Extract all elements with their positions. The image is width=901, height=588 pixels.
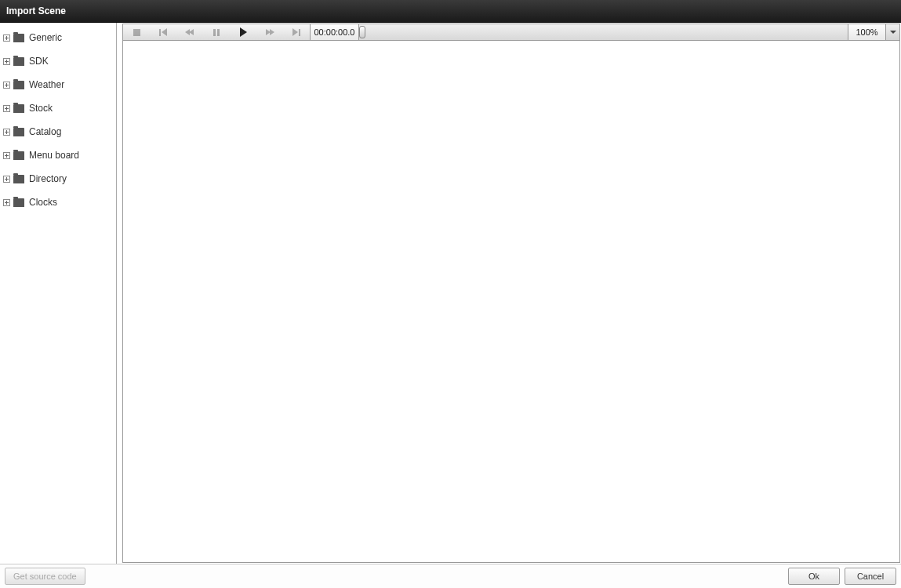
tree-item-label: Catalog [29,126,61,137]
timecode-display[interactable]: 00:00:00.0 [310,24,358,40]
chevron-down-icon [890,31,896,34]
main-area: Generic SDK Weather Stock Catalog [0,23,901,564]
expand-icon[interactable] [3,176,10,183]
pause-button[interactable] [203,24,230,40]
skip-forward-button[interactable] [283,24,310,40]
tree-item-label: SDK [29,56,49,67]
sidebar: Generic SDK Weather Stock Catalog [0,23,117,564]
tree-item-label: Weather [29,79,64,90]
folder-icon [13,104,24,113]
ok-button[interactable]: Ok [788,568,840,585]
stop-icon [133,29,140,36]
tree-item-menu-board[interactable]: Menu board [0,143,116,167]
skip-forward-icon [292,28,300,36]
stop-button[interactable] [123,24,150,40]
fast-forward-icon [266,29,274,35]
zoom-dropdown[interactable] [885,24,899,40]
tree-item-label: Clocks [29,197,57,208]
tree-item-label: Generic [29,32,62,43]
rewind-button[interactable] [176,24,203,40]
expand-icon[interactable] [3,129,10,136]
tree-item-catalog[interactable]: Catalog [0,120,116,143]
tree-item-generic[interactable]: Generic [0,26,116,49]
tree-item-sdk[interactable]: SDK [0,49,116,73]
zoom-display[interactable]: 100% [848,24,885,40]
get-source-code-button[interactable]: Get source code [5,568,85,585]
footer: Get source code Ok Cancel [0,564,901,588]
tree-item-label: Stock [29,103,53,114]
tree-item-stock[interactable]: Stock [0,96,116,120]
cancel-button[interactable]: Cancel [845,568,896,585]
slider-thumb[interactable] [359,26,365,38]
timeline-slider[interactable] [358,24,848,40]
expand-icon[interactable] [3,34,10,42]
tree-item-label: Menu board [29,150,79,161]
window-title: Import Scene [6,5,66,16]
skip-back-icon [159,28,167,36]
pause-icon [213,29,220,36]
tree-item-clocks[interactable]: Clocks [0,191,116,214]
folder-icon [13,34,24,42]
folder-icon [13,175,24,183]
expand-icon[interactable] [3,152,10,159]
preview-canvas [122,41,900,563]
fast-forward-button[interactable] [256,24,283,40]
folder-icon [13,128,24,136]
play-icon [240,27,247,37]
expand-icon[interactable] [3,58,10,65]
tree-item-directory[interactable]: Directory [0,167,116,191]
expand-icon[interactable] [3,82,10,89]
folder-icon [13,57,24,66]
tree-item-label: Directory [29,173,67,184]
skip-back-button[interactable] [150,24,176,40]
folder-icon [13,198,24,207]
vertical-splitter[interactable] [116,26,117,564]
content-panel: 00:00:00.0 100% [122,23,901,564]
play-button[interactable] [230,24,256,40]
expand-icon[interactable] [3,199,10,206]
playback-toolbar: 00:00:00.0 100% [122,24,900,41]
folder-icon [13,81,24,89]
rewind-icon [186,29,194,35]
titlebar: Import Scene [0,0,901,23]
folder-icon [13,151,24,160]
tree-item-weather[interactable]: Weather [0,73,116,96]
expand-icon[interactable] [3,105,10,112]
